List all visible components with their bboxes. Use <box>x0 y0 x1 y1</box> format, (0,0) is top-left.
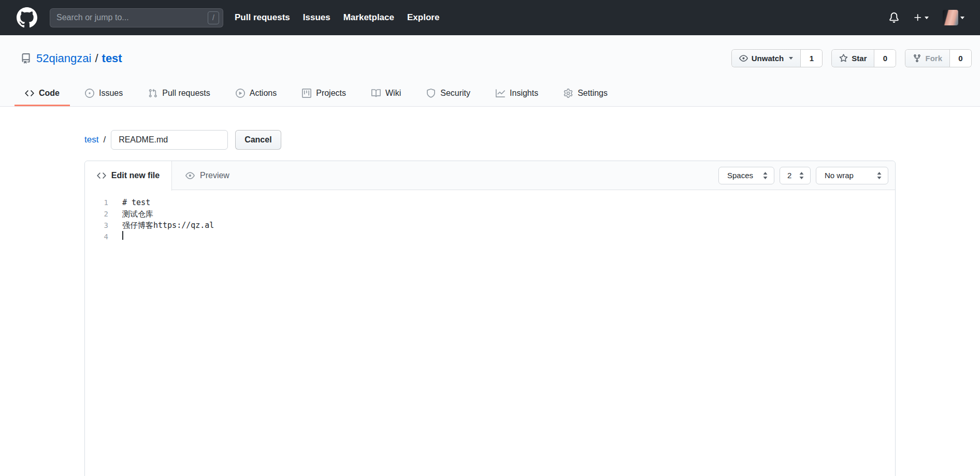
eye-icon <box>185 171 195 180</box>
tab-label: Actions <box>250 89 277 98</box>
tab-security[interactable]: Security <box>416 82 481 106</box>
line-number: 2 <box>85 208 108 220</box>
tab-label: Security <box>440 89 470 98</box>
chevron-down-icon <box>925 17 929 19</box>
top-navigation: Search or jump to... / Pull requests Iss… <box>0 0 980 35</box>
repo-icon <box>21 53 31 64</box>
breadcrumb-separator: / <box>103 135 106 145</box>
breadcrumb-repo-link[interactable]: test <box>84 135 98 145</box>
editor-controls: Spaces 2 No wrap <box>718 167 895 184</box>
wrap-mode-value: No wrap <box>825 171 854 180</box>
line-number: 3 <box>85 220 108 231</box>
breadcrumb: test / Cancel <box>84 130 896 150</box>
code-line: 2 测试仓库 <box>85 208 895 220</box>
tab-insights[interactable]: Insights <box>485 82 549 106</box>
create-new-menu[interactable] <box>913 13 929 22</box>
line-text: # test <box>108 197 150 208</box>
tab-code[interactable]: Code <box>15 82 70 106</box>
repo-owner-link[interactable]: 52qiangzai <box>36 52 91 65</box>
nav-links: Pull requests Issues Marketplace Explore <box>235 12 439 23</box>
indent-mode-select[interactable]: Spaces <box>718 167 774 184</box>
indent-mode-value: Spaces <box>727 171 753 180</box>
fork-icon <box>913 54 921 63</box>
avatar <box>943 10 958 25</box>
star-label: Star <box>852 54 867 63</box>
up-down-arrows-icon <box>799 172 804 179</box>
repo-title: 52qiangzai / test <box>21 52 122 65</box>
line-text: 强仔博客https://qz.al <box>108 220 214 231</box>
nav-link-issues[interactable]: Issues <box>303 12 330 23</box>
repo-separator: / <box>95 52 98 65</box>
code-icon <box>97 171 106 180</box>
tab-projects[interactable]: Projects <box>292 82 356 106</box>
tab-preview[interactable]: Preview <box>172 161 243 190</box>
fork-count[interactable]: 0 <box>949 50 971 67</box>
graph-icon <box>496 89 505 98</box>
fork-button[interactable]: Fork <box>905 50 949 67</box>
star-button-group: Star 0 <box>831 49 896 67</box>
chevron-down-icon <box>789 57 793 60</box>
tab-wiki[interactable]: Wiki <box>361 82 411 106</box>
tab-label: Code <box>39 89 60 98</box>
code-line: 1 # test <box>85 197 895 208</box>
project-icon <box>302 89 311 98</box>
gear-icon <box>564 89 573 98</box>
text-cursor <box>122 231 123 240</box>
filename-input[interactable] <box>111 130 228 150</box>
eye-icon <box>739 54 748 63</box>
up-down-arrows-icon <box>762 172 768 179</box>
line-number: 4 <box>85 231 108 242</box>
repo-pagehead: 52qiangzai / test Unwatch 1 <box>0 35 980 107</box>
user-menu[interactable] <box>943 10 964 25</box>
tab-actions[interactable]: Actions <box>225 82 287 106</box>
repo-action-buttons: Unwatch 1 Star 0 <box>731 49 972 67</box>
code-icon <box>25 89 34 98</box>
issue-opened-icon <box>85 89 94 98</box>
tab-label: Projects <box>316 89 346 98</box>
edit-tab-label: Edit new file <box>111 171 160 180</box>
search-placeholder: Search or jump to... <box>56 13 129 22</box>
edit-file-page: test / Cancel Edit new file Preview Spac… <box>84 130 896 476</box>
chevron-down-icon <box>960 17 964 19</box>
repo-tab-nav: Code Issues Pull requests Actions Projec… <box>0 82 980 106</box>
code-line: 4 <box>85 231 895 242</box>
tab-issues[interactable]: Issues <box>75 82 133 106</box>
tab-label: Settings <box>578 89 608 98</box>
unwatch-label: Unwatch <box>752 54 784 63</box>
editor-header: Edit new file Preview Spaces 2 <box>85 161 895 190</box>
file-editor: Edit new file Preview Spaces 2 <box>84 161 896 476</box>
git-pull-request-icon <box>148 89 157 98</box>
indent-size-value: 2 <box>787 171 791 180</box>
tab-label: Issues <box>99 89 123 98</box>
nav-link-marketplace[interactable]: Marketplace <box>343 12 394 23</box>
repo-name-link[interactable]: test <box>102 52 122 65</box>
nav-link-pull-requests[interactable]: Pull requests <box>235 12 290 23</box>
star-count[interactable]: 0 <box>874 50 896 67</box>
book-icon <box>371 89 381 98</box>
line-text: 测试仓库 <box>108 208 153 220</box>
notifications-bell-icon[interactable] <box>889 12 899 23</box>
preview-tab-label: Preview <box>200 171 229 180</box>
wrap-mode-select[interactable]: No wrap <box>816 167 888 184</box>
github-logo[interactable] <box>17 7 37 28</box>
indent-size-select[interactable]: 2 <box>780 167 811 184</box>
line-number: 1 <box>85 197 108 208</box>
tab-edit-new-file[interactable]: Edit new file <box>85 161 172 191</box>
code-editor[interactable]: 1 # test 2 测试仓库 3 强仔博客https://qz.al 4 <box>85 190 895 249</box>
search-input[interactable]: Search or jump to... / <box>50 8 223 27</box>
cancel-button[interactable]: Cancel <box>235 130 281 150</box>
watch-count[interactable]: 1 <box>800 50 822 67</box>
plus-icon <box>913 13 923 22</box>
nav-link-explore[interactable]: Explore <box>407 12 439 23</box>
tab-label: Wiki <box>385 89 401 98</box>
tab-settings[interactable]: Settings <box>553 82 618 106</box>
code-line: 3 强仔博客https://qz.al <box>85 220 895 231</box>
slash-key-hint: / <box>208 11 219 24</box>
fork-label: Fork <box>925 54 942 63</box>
star-button[interactable]: Star <box>832 50 874 67</box>
star-icon <box>839 54 848 63</box>
fork-button-group: Fork 0 <box>905 49 972 67</box>
unwatch-button[interactable]: Unwatch <box>732 50 801 67</box>
up-down-arrows-icon <box>876 172 882 179</box>
tab-pull-requests[interactable]: Pull requests <box>138 82 221 106</box>
